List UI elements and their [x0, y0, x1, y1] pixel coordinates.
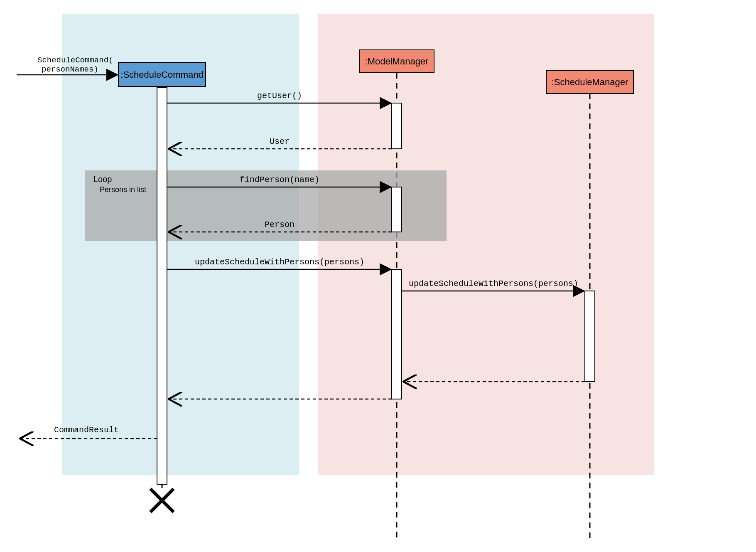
activation-model-manager-getuser: [392, 103, 402, 149]
lifeline-label-schedule-command: :ScheduleCommand: [120, 69, 203, 80]
msg-findperson-label: findPerson(name): [240, 175, 319, 185]
loop-subtitle: Persons in list: [100, 185, 146, 194]
lifeline-label-schedule-manager: :ScheduleManager: [552, 77, 628, 87]
activation-model-manager-findperson: [392, 187, 402, 232]
entry-label-line1: ScheduleCommand(: [37, 56, 113, 65]
msg-getuser-label: getUser(): [257, 91, 302, 101]
msg-updateschedule2-label: updateScheduleWithPersons(persons): [409, 279, 578, 288]
msg-person-return-label: Person: [265, 220, 295, 229]
sequence-diagram: Loop Persons in list :ScheduleCommand :M…: [0, 0, 756, 552]
termination-x-icon: [150, 489, 174, 512]
lifeline-label-model-manager: :ModelManager: [365, 56, 429, 67]
activation-model-manager-update: [392, 269, 402, 399]
msg-user-return-label: User: [270, 137, 290, 146]
msg-updateschedule1-label: updateScheduleWithPersons(persons): [195, 257, 364, 267]
activation-schedule-manager: [585, 291, 595, 382]
msg-commandresult-label: CommandResult: [54, 425, 119, 435]
loop-title: Loop: [93, 175, 112, 184]
activation-schedule-command: [157, 87, 167, 484]
entry-label-line2: personNames): [42, 65, 98, 74]
